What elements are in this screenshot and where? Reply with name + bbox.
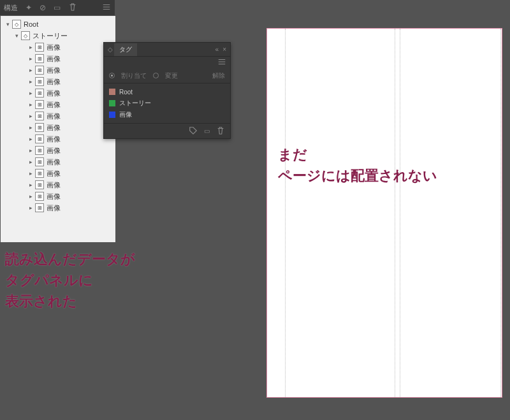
- tag-panel-titlebar[interactable]: ◇ タグ « ×: [104, 43, 230, 57]
- tree-row-image[interactable]: ▸⊞画像: [1, 156, 115, 168]
- expand-icon[interactable]: ▸: [26, 90, 35, 96]
- expand-icon[interactable]: ▸: [26, 136, 35, 142]
- expand-icon[interactable]: ▸: [26, 67, 35, 73]
- tag-item-label: ストーリー: [119, 99, 151, 108]
- release-label[interactable]: 解除: [212, 71, 225, 80]
- tree-row-image[interactable]: ▸⊞画像: [1, 191, 115, 202]
- expand-icon[interactable]: ▸: [26, 193, 35, 199]
- tree-row-image[interactable]: ▸⊞画像: [1, 99, 115, 110]
- tag-color-swatch: [109, 89, 115, 95]
- tree-label-image: 画像: [47, 134, 61, 144]
- panel-collapse-icon[interactable]: «: [215, 46, 219, 53]
- annotation-text: ページには配置されない: [278, 168, 437, 184]
- retag-radio[interactable]: [153, 73, 159, 78]
- element-icon: ⊞: [35, 157, 44, 166]
- trash-icon[interactable]: [68, 3, 77, 13]
- tag-panel-tab[interactable]: タグ: [114, 43, 137, 56]
- tag-item-label: Root: [119, 89, 133, 96]
- note-icon[interactable]: ▭: [54, 3, 61, 12]
- tag-item[interactable]: 画像: [104, 109, 230, 120]
- expand-icon[interactable]: ▸: [26, 44, 35, 50]
- tree-row-image[interactable]: ▸⊞画像: [1, 41, 115, 53]
- annotation-text: 読み込んだデータが: [5, 251, 135, 267]
- expand-icon[interactable]: ▸: [26, 159, 35, 165]
- column-guide: [285, 29, 286, 397]
- tree-label-image: 画像: [47, 146, 61, 156]
- panel-menu-icon[interactable]: [217, 57, 226, 68]
- tree-label-image: 画像: [47, 54, 61, 64]
- tag-icon[interactable]: [189, 126, 198, 136]
- tree-row-story[interactable]: ▾ ◇ ストーリー: [1, 30, 115, 41]
- tree-label-image: 画像: [47, 169, 61, 178]
- tree-label-image: 画像: [47, 112, 61, 121]
- tree-row-image[interactable]: ▸⊞画像: [1, 168, 115, 179]
- element-icon: ⊞: [35, 77, 44, 86]
- element-icon: ⊞: [35, 169, 44, 178]
- assign-radio[interactable]: [109, 73, 115, 78]
- collapse-icon[interactable]: ▾: [3, 21, 12, 27]
- tree-row-image[interactable]: ▸⊞画像: [1, 110, 115, 122]
- element-icon: ⊞: [35, 66, 44, 75]
- trash-icon[interactable]: [216, 126, 225, 136]
- tree-label-image: 画像: [47, 123, 61, 133]
- tag-item[interactable]: Root: [104, 86, 230, 98]
- tree-label-image: 画像: [47, 203, 61, 213]
- lock-icon[interactable]: ⊘: [40, 3, 46, 12]
- element-icon: ⊞: [35, 180, 44, 189]
- expand-icon[interactable]: ▸: [26, 147, 35, 154]
- tree-label-root: Root: [24, 20, 38, 28]
- new-tag-icon[interactable]: ▭: [204, 127, 210, 134]
- expand-icon[interactable]: ▸: [26, 113, 35, 119]
- element-icon: ⊞: [35, 43, 44, 52]
- structure-panel-title: 構造: [4, 3, 18, 13]
- tree-label-image: 画像: [47, 66, 61, 75]
- expand-icon[interactable]: ▸: [26, 182, 35, 188]
- expand-icon[interactable]: ▸: [26, 205, 35, 211]
- collapse-panel-icon[interactable]: ◇: [108, 46, 113, 53]
- tree-row-image[interactable]: ▸⊞画像: [1, 64, 115, 76]
- tag-item-label: 画像: [119, 110, 132, 119]
- annotation-left: 読み込んだデータが タグパネルに 表示された: [5, 249, 135, 312]
- tree-label-image: 画像: [47, 180, 61, 190]
- tag-color-swatch: [109, 112, 115, 118]
- tree-row-root[interactable]: ▾ ◇ Root: [1, 18, 115, 30]
- element-icon: ⊞: [35, 112, 44, 120]
- tree-row-image[interactable]: ▸⊞画像: [1, 145, 115, 156]
- collapse-icon[interactable]: ▾: [12, 33, 21, 39]
- expand-icon[interactable]: ▸: [26, 124, 35, 131]
- expand-icon[interactable]: ▸: [26, 101, 35, 108]
- tree-label-image: 画像: [47, 77, 61, 87]
- tag-panel: ◇ タグ « × 割り当て 変更 解除 Rootストーリー画像 ▭: [103, 42, 231, 139]
- tree-label-image: 画像: [47, 157, 61, 167]
- element-icon: ⊞: [35, 54, 44, 63]
- tree-row-image[interactable]: ▸⊞画像: [1, 76, 115, 87]
- tag-list: Rootストーリー画像: [104, 83, 230, 123]
- tag-color-swatch: [109, 100, 115, 106]
- expand-icon[interactable]: ▸: [26, 55, 35, 62]
- tree-row-image[interactable]: ▸⊞画像: [1, 133, 115, 145]
- structure-panel-header: 構造 ✦ ⊘ ▭: [0, 0, 115, 15]
- magic-wand-icon[interactable]: ✦: [26, 3, 32, 12]
- expand-icon[interactable]: ▸: [26, 170, 35, 177]
- tree-label-image: 画像: [47, 100, 61, 110]
- tree-row-image[interactable]: ▸⊞画像: [1, 179, 115, 191]
- tree-row-image[interactable]: ▸⊞画像: [1, 87, 115, 99]
- tree-label-image: 画像: [47, 43, 61, 52]
- tree-row-image[interactable]: ▸⊞画像: [1, 122, 115, 133]
- tree-label-story: ストーリー: [33, 31, 68, 41]
- tree-row-image[interactable]: ▸⊞画像: [1, 53, 115, 64]
- element-icon: ◇: [21, 31, 30, 40]
- tree-label-image: 画像: [47, 192, 61, 201]
- panel-close-icon[interactable]: ×: [222, 46, 226, 53]
- panel-menu-icon[interactable]: [102, 3, 111, 13]
- element-icon: ◇: [12, 20, 21, 29]
- tag-item[interactable]: ストーリー: [104, 98, 230, 109]
- assign-label: 割り当て: [121, 71, 147, 80]
- tree-row-image[interactable]: ▸⊞画像: [1, 202, 115, 214]
- element-icon: ⊞: [35, 100, 44, 109]
- expand-icon[interactable]: ▸: [26, 78, 35, 85]
- tag-panel-toolbar: 割り当て 変更 解除: [104, 68, 230, 83]
- document-page[interactable]: [266, 28, 502, 398]
- retag-label: 変更: [165, 71, 178, 80]
- column-guide: [400, 29, 400, 397]
